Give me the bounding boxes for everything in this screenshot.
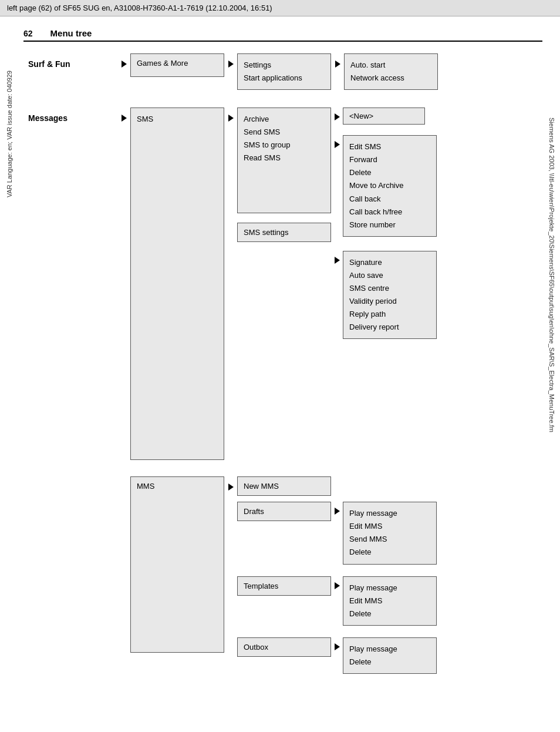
surf-fun-section: Surf & Fun Games & More SettingsStart ap… — [23, 53, 542, 90]
messages-label: Messages — [23, 108, 117, 123]
mms-section: MMS New MMS Drafts — [130, 476, 437, 674]
sms-archive: Archive — [244, 113, 325, 126]
mms-label: MMS — [137, 482, 154, 491]
arrow-surf-col2 — [117, 53, 130, 68]
sms-label: SMS — [137, 113, 218, 126]
sub-arrow-drafts — [331, 502, 343, 515]
sms-settings-item: SMS settings — [237, 223, 331, 242]
call-back: Call back — [349, 193, 430, 206]
arrow-drafts — [335, 508, 340, 515]
outbox-delete: Delete — [349, 656, 430, 669]
page-number: 62 — [23, 29, 33, 38]
outbox-item: Outbox — [237, 637, 331, 657]
surf-col3: SettingsStart applications — [237, 53, 331, 90]
arrow-new — [335, 113, 340, 120]
page-header: left page (62) of SF65 SUG en, A31008-H7… — [0, 0, 560, 16]
arrow-surf-col3 — [224, 53, 237, 68]
surf-fun-label: Surf & Fun — [23, 53, 117, 75]
new-label: <New> — [349, 112, 373, 120]
sub-arrow-settings — [331, 251, 343, 264]
sub-arrow-new — [331, 108, 343, 120]
surf-col2: Games & More — [130, 53, 224, 77]
validity-period: Validity period — [349, 295, 430, 308]
sms-send: Send SMS — [244, 126, 325, 139]
arrow-triangle-2 — [228, 61, 234, 68]
drafts-send-mms: Send MMS — [349, 533, 430, 546]
drafts-item: Drafts — [237, 502, 331, 521]
store-number: Store number — [349, 219, 430, 231]
side-text-right: Siemens AG 2003, \\Itl-eu\wien\Projekte_… — [548, 117, 555, 432]
outbox-label: Outbox — [244, 643, 268, 652]
page-title-row: 62 Menu tree — [23, 28, 542, 42]
move-to-archive: Move to Archive — [349, 179, 430, 192]
side-text-left: VAR Language: en; VAR issue date: 040929 — [6, 70, 13, 197]
templates-delete: Delete — [349, 607, 430, 620]
arrow-templates — [335, 582, 340, 589]
new-mms-label: New MMS — [244, 482, 279, 491]
call-back-hfree: Call back h/free — [349, 206, 430, 219]
page-section-title: Menu tree — [50, 28, 92, 38]
edit-sms: Edit SMS — [349, 140, 430, 153]
arrow-settings — [335, 257, 340, 264]
sms-column: SMS — [130, 108, 224, 460]
arrow-read — [335, 141, 340, 148]
delivery-report: Delivery report — [349, 321, 430, 334]
templates-edit-mms: Edit MMS — [349, 595, 430, 607]
arrow-sms-col3 — [224, 108, 237, 122]
arrow-triangle — [122, 61, 127, 68]
templates-label: Templates — [244, 582, 278, 590]
sms-to-group: SMS to group — [244, 139, 325, 152]
forward: Forward — [349, 153, 430, 166]
mms-label-box: MMS — [130, 476, 224, 653]
messages-section: Messages SMS Archive — [23, 108, 542, 674]
new-mms-item: New MMS — [237, 476, 331, 496]
drafts-delete: Delete — [349, 546, 430, 559]
reply-path: Reply path — [349, 308, 430, 321]
read-sms-subitems: Edit SMS Forward Delete Move to Archive … — [343, 135, 437, 237]
drafts-subitems: Play message Edit MMS Send MMS Delete — [343, 502, 437, 564]
new-sms-box: <New> — [343, 108, 425, 125]
sms-main-items: Archive Send SMS SMS to group Read SMS — [237, 108, 331, 213]
delete-sms: Delete — [349, 166, 430, 179]
templates-subitems: Play message Edit MMS Delete — [343, 576, 437, 626]
drafts-label: Drafts — [244, 507, 264, 516]
sms-centre: SMS centre — [349, 282, 430, 295]
templates-play: Play message — [349, 582, 430, 595]
sub-arrow-templates — [331, 576, 343, 589]
arrow-mms — [224, 476, 237, 491]
arrow-outbox — [335, 643, 340, 650]
arrow-triangle-mms — [228, 483, 234, 491]
arrow-triangle-sms — [228, 115, 234, 122]
signature: Signature — [349, 256, 430, 269]
sms-settings-label: SMS settings — [244, 228, 289, 237]
arrow-triangle-msg — [122, 115, 127, 122]
sms-read: Read SMS — [244, 152, 325, 164]
sub-arrow-read — [331, 135, 343, 148]
auto-save: Auto save — [349, 269, 430, 282]
arrow-surf-col4 — [331, 53, 344, 68]
templates-item: Templates — [237, 576, 331, 596]
sub-arrow-outbox — [331, 637, 343, 650]
arrow-triangle-3 — [335, 61, 340, 68]
drafts-play: Play message — [349, 507, 430, 520]
outbox-play: Play message — [349, 643, 430, 656]
arrow-messages — [117, 108, 130, 122]
sms-settings-subitems: Signature Auto save SMS centre Validity … — [343, 251, 437, 340]
drafts-edit-mms: Edit MMS — [349, 520, 430, 533]
header-text: left page (62) of SF65 SUG en, A31008-H7… — [7, 4, 272, 12]
outbox-subitems: Play message Delete — [343, 637, 437, 674]
surf-col4: Auto. startNetwork access — [344, 53, 438, 90]
